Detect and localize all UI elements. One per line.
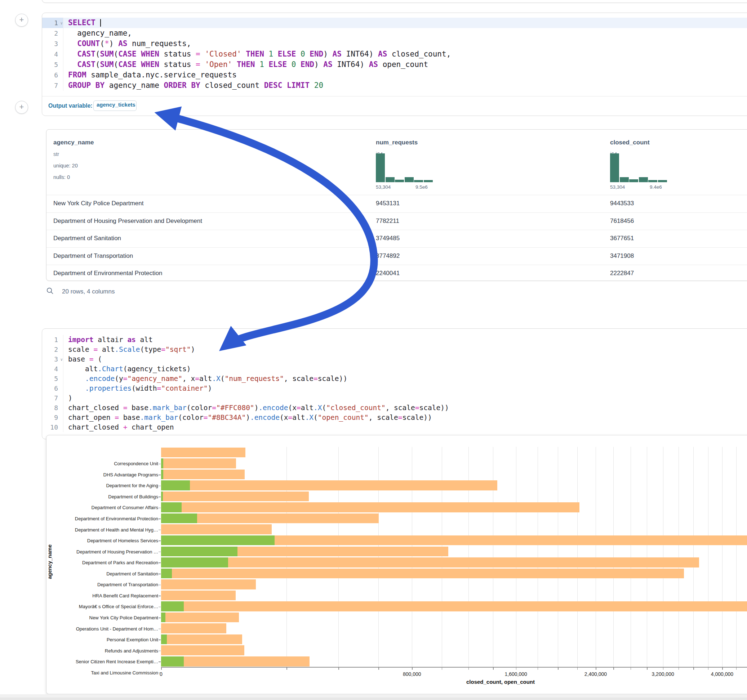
- line-number: 2: [42, 28, 64, 39]
- code-text: CAST(SUM(CASE WHEN status = 'Closed' THE…: [64, 49, 747, 59]
- code-line[interactable]: 2 agency_name,: [42, 28, 747, 39]
- y-axis-label: Correspondence Unit: [47, 461, 158, 466]
- output-variable-row: Output variable: agency_tickets: [42, 96, 747, 116]
- x-tick-mark: [286, 668, 287, 670]
- histogram-bar: [648, 180, 657, 182]
- y-axis-label: Mayorâ€ s Office of Special Enforce…: [47, 604, 158, 609]
- row-column-count: 20 rows, 4 columns: [62, 288, 115, 295]
- gridline: [647, 447, 647, 667]
- histogram-bar: [620, 177, 629, 182]
- code-line[interactable]: 10chart_closed + chart_open: [42, 422, 747, 432]
- y-axis-label: Department of Housing Preservation …: [47, 549, 158, 555]
- y-axis-label: Operations Unit - Department of Hom…: [47, 626, 158, 632]
- add-cell-button[interactable]: +: [15, 101, 28, 114]
- closed-count-bar: [161, 623, 226, 634]
- code-text: ): [64, 393, 747, 403]
- histogram-bar: [405, 177, 414, 182]
- code-line[interactable]: 7): [42, 393, 747, 403]
- line-number: 6: [42, 383, 64, 393]
- gridline: [442, 447, 442, 667]
- x-tick-label: 800,000: [390, 671, 434, 677]
- y-tick-mark: [159, 475, 161, 475]
- line-number: 4: [42, 49, 64, 59]
- gridline: [338, 447, 339, 667]
- code-line[interactable]: 6 .properties(width="container"): [42, 383, 747, 393]
- code-text: chart_open = base.mark_bar(color="#8BC34…: [64, 413, 747, 422]
- python-code-editor[interactable]: 1import altair as alt2scale = alt.Scale(…: [42, 329, 747, 432]
- result-table: agency_name str unique: 20 nulls: 0 num_…: [46, 129, 747, 281]
- closed-count-bar: [161, 448, 245, 458]
- x-tick-mark: [596, 668, 596, 670]
- histogram-min-label: 53,304: [376, 184, 391, 190]
- table-cell: 7618456: [610, 217, 634, 225]
- y-tick-mark: [159, 617, 161, 618]
- collapse-chevron-icon[interactable]: ∨: [60, 355, 63, 364]
- code-text: chart_closed + chart_open: [64, 422, 747, 432]
- code-line[interactable]: 9chart_open = base.mark_bar(color="#8BC3…: [42, 413, 747, 422]
- open-count-bar: [161, 656, 184, 667]
- x-tick-mark: [736, 668, 737, 670]
- code-line[interactable]: 4 CAST(SUM(CASE WHEN status = 'Closed' T…: [42, 49, 747, 59]
- y-axis-label: HRA Benefit Card Replacement: [47, 593, 158, 599]
- x-tick-mark: [722, 668, 723, 670]
- table-cell: New York City Police Department: [53, 200, 144, 207]
- y-axis-label: DHS Advantage Programs: [47, 472, 158, 477]
- y-tick-mark: [159, 661, 161, 662]
- line-number: 8: [42, 403, 64, 413]
- collapse-chevron-icon[interactable]: ∨: [60, 18, 63, 29]
- table-row[interactable]: Department of Transportation377489234719…: [47, 247, 747, 265]
- table-cell: Department of Sanitation: [53, 235, 121, 242]
- table-cell: 2222847: [610, 270, 634, 277]
- table-row[interactable]: Department of Environmental Protection22…: [47, 265, 747, 281]
- table-row[interactable]: New York City Police Department945313194…: [47, 195, 747, 213]
- closed-count-bar: [161, 591, 236, 600]
- gridline: [596, 447, 596, 667]
- code-line[interactable]: 5 .encode(y="agency_name", x=alt.X("num_…: [42, 374, 747, 383]
- histogram-bar: [629, 180, 638, 182]
- line-number: 5: [42, 59, 64, 70]
- line-number: 1: [42, 335, 64, 345]
- gridline: [736, 447, 736, 667]
- gridline: [631, 447, 631, 667]
- code-text: CAST(SUM(CASE WHEN status = 'Open' THEN …: [64, 59, 747, 70]
- code-line[interactable]: 5 CAST(SUM(CASE WHEN status = 'Open' THE…: [42, 59, 747, 70]
- closed-count-bar: [161, 645, 244, 655]
- search-icon[interactable]: [46, 287, 54, 296]
- open-count-bar: [161, 547, 237, 557]
- table-row[interactable]: Department of Housing Preservation and D…: [47, 213, 747, 230]
- open-count-bar: [161, 601, 184, 611]
- open-count-bar: [161, 557, 228, 567]
- code-line[interactable]: 3∨base = (: [42, 355, 747, 364]
- code-line[interactable]: 2scale = alt.Scale(type="sqrt"): [42, 345, 747, 355]
- code-line[interactable]: 6FROM sample_data.nyc.service_requests: [42, 70, 747, 80]
- table-cell: Department of Transportation: [53, 252, 133, 259]
- table-row[interactable]: Department of Sanitation37494853677651: [47, 230, 747, 247]
- y-axis-label: New York City Police Department: [47, 615, 158, 620]
- code-line[interactable]: 1import altair as alt: [42, 335, 747, 345]
- plot-area: [161, 447, 747, 667]
- line-number: 6: [42, 70, 64, 80]
- open-count-bar: [161, 480, 190, 490]
- output-variable-chip[interactable]: agency_tickets: [93, 101, 136, 111]
- code-line[interactable]: 8chart_closed = base.mark_bar(color="#FF…: [42, 403, 747, 413]
- y-tick-mark: [159, 596, 161, 596]
- y-axis-label: Department of Buildings: [47, 494, 158, 499]
- add-cell-button[interactable]: +: [15, 14, 28, 27]
- line-number: 7: [42, 393, 64, 403]
- closed-count-bar: [161, 569, 684, 579]
- code-line[interactable]: 1∨SELECT: [42, 18, 747, 28]
- x-tick-mark: [647, 668, 647, 670]
- code-line[interactable]: 3 COUNT(*) AS num_requests,: [42, 39, 747, 49]
- x-tick-label: 2,400,000: [574, 671, 617, 677]
- y-tick-mark: [159, 563, 161, 563]
- x-tick-mark: [613, 668, 614, 670]
- x-tick-mark: [161, 668, 162, 670]
- line-number: 3∨: [42, 355, 64, 364]
- code-line[interactable]: 4 alt.Chart(agency_tickets): [42, 364, 747, 374]
- gridline: [412, 447, 412, 667]
- x-axis-title: closed_count, open_count: [466, 679, 535, 685]
- line-number: 2: [42, 345, 64, 355]
- sql-code-editor[interactable]: 1∨SELECT 2 agency_name,3 COUNT(*) AS num…: [42, 13, 747, 91]
- code-line[interactable]: 7GROUP BY agency_name ORDER BY closed_co…: [42, 80, 747, 91]
- gridline: [577, 447, 578, 667]
